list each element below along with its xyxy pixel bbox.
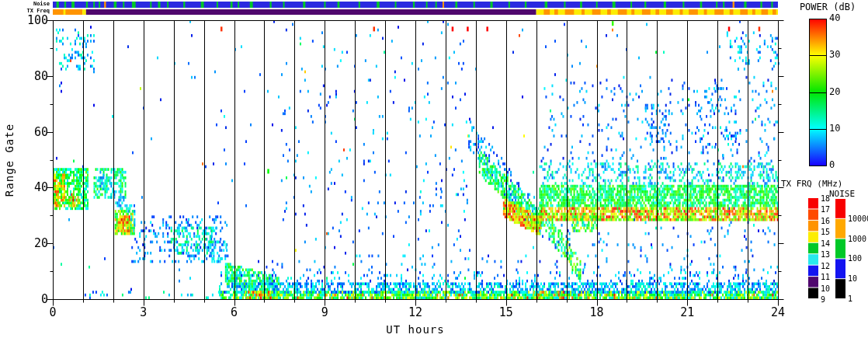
y-tick-label: 60 [16,126,48,138]
txfreq-tick-label: 10 [821,284,830,293]
power-tick-label: 10 [829,124,840,134]
x-tick-label: 15 [483,306,529,319]
noise-strip-label: Noise [0,1,50,8]
y-tick-label: 80 [16,70,48,82]
txfreq-tick-label: 16 [821,217,830,225]
power-tick-label: 30 [829,50,840,60]
x-tick-label: 9 [301,306,348,319]
x-tick-label: 0 [30,306,76,319]
noise-tick-label: 10000 [848,214,868,223]
txfreq-tick-label: 12 [821,262,830,270]
txfreq-tick-label: 17 [821,205,830,214]
x-tick-label: 3 [120,306,167,319]
txfreq-tick-label: 13 [821,250,830,259]
noise-colorbar-title: NOISE [829,189,855,199]
txfreq-tick-label: 15 [821,228,830,236]
x-tick-label: 12 [392,306,439,319]
y-axis-title: Range Gate [3,110,16,211]
x-tick-label: 21 [664,306,710,319]
x-axis-title: UT hours [369,323,462,336]
y-tick-label: 100 [16,14,48,26]
y-tick-label: 0 [16,293,48,305]
y-tick-label: 20 [16,237,48,249]
noise-tick-label: 1000 [848,235,866,243]
noise-tick-label: 1 [848,294,852,303]
power-tick-label: 40 [829,13,840,23]
x-tick-label: 6 [211,306,258,319]
txfreq-tick-label: 9 [821,295,825,304]
txfreq-tick-label: 11 [821,273,830,281]
noise-tick-label: 100 [848,254,862,263]
noise-tick-label: 10 [848,274,857,283]
y-tick-label: 40 [16,181,48,193]
txfreq-tick-label: 14 [821,239,830,248]
radar-summary-figure: Noise TX Freq Range Gate UT hours 020406… [0,0,868,338]
plot-canvas [0,0,868,338]
x-tick-label: 24 [755,306,801,319]
x-tick-label: 18 [574,306,620,319]
txfreq-colorbar-title: TX FRQ (MHz) [781,179,842,189]
power-tick-label: 20 [829,87,840,97]
power-colorbar-title: POWER (dB) [787,2,868,12]
power-tick-label: 0 [829,160,835,170]
